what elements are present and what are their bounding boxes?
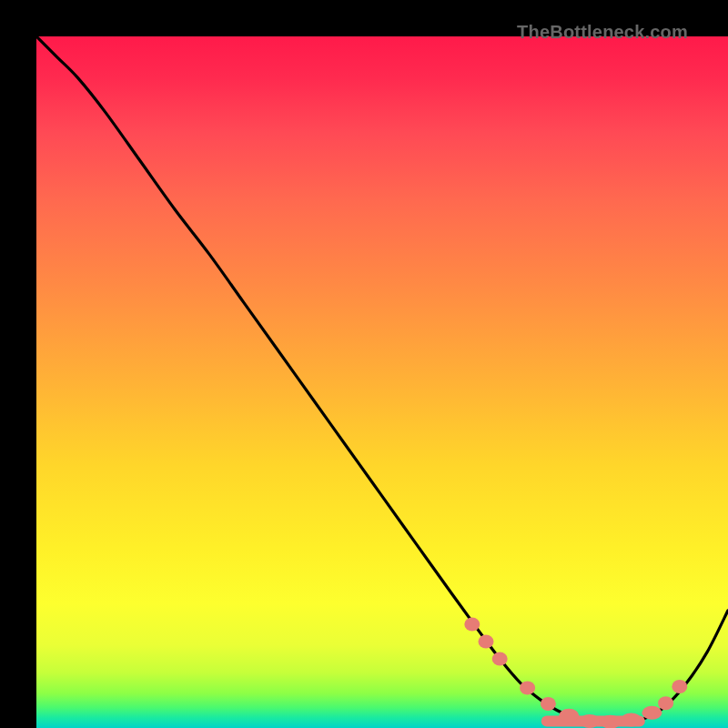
bead bbox=[672, 680, 687, 693]
bead bbox=[559, 709, 579, 723]
plot-area bbox=[36, 36, 728, 728]
chart-frame: TheBottleneck.com bbox=[18, 18, 710, 710]
bead bbox=[520, 681, 535, 694]
bead bbox=[541, 697, 556, 711]
bead bbox=[492, 652, 508, 666]
bead bbox=[601, 715, 621, 728]
bead bbox=[580, 714, 600, 728]
bead bbox=[464, 618, 480, 632]
bead bbox=[642, 706, 662, 720]
bead bbox=[658, 696, 673, 710]
bead bbox=[479, 635, 494, 649]
bead bbox=[622, 713, 642, 726]
watermark-text: TheBottleneck.com bbox=[517, 22, 688, 43]
curve-beads bbox=[36, 36, 728, 728]
